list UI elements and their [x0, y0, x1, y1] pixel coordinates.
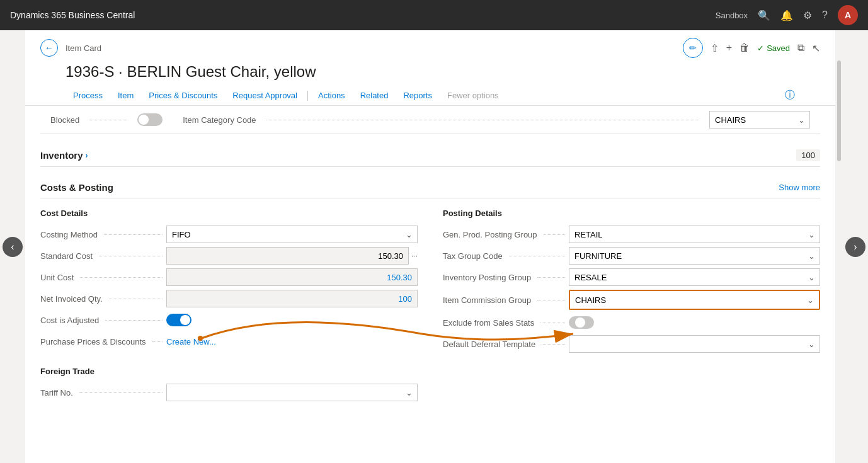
menu-related[interactable]: Related: [353, 86, 396, 105]
edit-button[interactable]: ✏: [683, 38, 703, 58]
menu-reports[interactable]: Reports: [396, 86, 440, 105]
menu-prices-discounts[interactable]: Prices & Discounts: [141, 86, 225, 105]
show-more-button[interactable]: Show more: [779, 183, 820, 192]
top-navigation: Dynamics 365 Business Central Sandbox 🔍 …: [0, 0, 868, 30]
net-invoiced-qty-field: Net Invoiced Qty.: [40, 290, 418, 307]
app-name: Dynamics 365 Business Central: [10, 10, 716, 20]
checkmark-icon: ✓: [757, 43, 764, 53]
left-nav-panel: ‹: [0, 30, 25, 463]
blocked-field: Blocked: [50, 113, 163, 126]
inventory-chevron[interactable]: ›: [86, 151, 88, 160]
unit-cost-input: [166, 268, 418, 286]
inventory-section: Inventory › 100: [40, 144, 820, 167]
tariff-field: Tariff No.: [40, 384, 418, 405]
cost-details-title: Cost Details: [40, 209, 418, 218]
costs-posting-section: Costs & Posting Show more Cost Details C…: [40, 177, 820, 405]
foreign-trade-section: Foreign Trade Tariff No.: [40, 367, 820, 405]
purchase-prices-field: Purchase Prices & Discounts Create New..…: [40, 333, 418, 350]
costs-posting-title: Costs & Posting: [40, 182, 113, 193]
share-icon[interactable]: ⇧: [711, 42, 719, 54]
breadcrumb: Item Card: [66, 43, 683, 53]
inventory-posting-group-select[interactable]: RESALE: [569, 268, 820, 286]
standard-cost-input[interactable]: [166, 247, 409, 265]
item-commission-group-field: Item Commission Group CHAIRS: [443, 290, 820, 310]
tax-group-code-select[interactable]: FURNITURE: [569, 247, 820, 265]
tariff-no-select[interactable]: [166, 384, 418, 401]
saved-label: Saved: [767, 43, 790, 53]
add-icon[interactable]: +: [726, 42, 732, 54]
cost-details-column: Cost Details Costing Method: [40, 203, 418, 357]
default-deferral-template-field: Default Deferral Template: [443, 335, 820, 353]
costing-method-select[interactable]: FIFO: [166, 226, 418, 243]
menu-item[interactable]: Item: [110, 86, 141, 105]
page-title: 1936-S · BERLIN Guest Chair, yellow: [40, 63, 820, 81]
nav-icons: 🔍 🔔 ⚙ ? A: [758, 5, 858, 25]
net-invoiced-qty-input: [166, 290, 418, 307]
bell-icon[interactable]: 🔔: [780, 9, 793, 21]
inventory-posting-group-field: Inventory Posting Group RESALE: [443, 268, 820, 286]
cost-adjusted-toggle[interactable]: [166, 314, 191, 326]
tax-group-code-field: Tax Group Code FURNITURE: [443, 247, 820, 265]
cost-adjusted-field: Cost is Adjusted: [40, 311, 418, 329]
item-category-label: Item Category Code: [183, 115, 256, 125]
menu-process[interactable]: Process: [66, 86, 110, 105]
costing-method-field: Costing Method FIFO: [40, 226, 418, 243]
delete-icon[interactable]: 🗑: [740, 42, 750, 54]
saved-status: ✓ Saved: [757, 43, 790, 53]
help-icon[interactable]: ?: [822, 9, 828, 21]
menu-fewer-options[interactable]: Fewer options: [440, 86, 506, 105]
standard-cost-field: Standard Cost ···: [40, 247, 418, 265]
form-area: Blocked Item Category Code CHAIRS: [25, 106, 835, 463]
posting-details-column: Posting Details Gen. Prod. Posting Group: [443, 203, 820, 357]
gen-prod-posting-group-field: Gen. Prod. Posting Group RETAIL: [443, 226, 820, 243]
exclude-sales-stats-field: Exclude from Sales Stats: [443, 314, 820, 331]
posting-details-title: Posting Details: [443, 209, 820, 218]
menu-bar: Process Item Prices & Discounts Request …: [40, 86, 820, 105]
collapse-icon[interactable]: ↖: [812, 42, 820, 54]
next-arrow-button[interactable]: ›: [845, 237, 865, 257]
environment-label: Sandbox: [716, 11, 748, 20]
item-category-select[interactable]: CHAIRS: [709, 111, 810, 129]
settings-icon[interactable]: ⚙: [803, 9, 812, 21]
foreign-trade-title: Foreign Trade: [40, 367, 820, 376]
menu-request-approval[interactable]: Request Approval: [225, 86, 305, 105]
user-initials: A: [845, 10, 851, 20]
page-actions: ✏ ⇧ + 🗑 ✓ Saved ⧉ ↖: [683, 38, 820, 58]
item-category-field: Item Category Code CHAIRS: [183, 111, 810, 129]
prev-arrow-button[interactable]: ‹: [3, 237, 23, 257]
exclude-sales-stats-toggle[interactable]: [569, 316, 594, 329]
right-nav-panel: ›: [843, 30, 868, 463]
blocked-toggle[interactable]: [137, 113, 163, 126]
info-icon[interactable]: ⓘ: [785, 89, 795, 102]
search-icon[interactable]: 🔍: [758, 9, 770, 21]
menu-actions[interactable]: Actions: [311, 86, 353, 105]
unit-cost-field: Unit Cost: [40, 268, 418, 286]
inventory-value: 100: [796, 149, 820, 161]
default-deferral-template-select[interactable]: [569, 335, 820, 353]
user-avatar[interactable]: A: [838, 5, 858, 25]
open-new-icon[interactable]: ⧉: [797, 42, 804, 54]
back-button[interactable]: ←: [40, 39, 58, 57]
gen-prod-posting-group-select[interactable]: RETAIL: [569, 226, 820, 243]
create-new-link[interactable]: Create New...: [166, 337, 216, 346]
blocked-label: Blocked: [50, 115, 79, 125]
standard-cost-menu[interactable]: ···: [411, 251, 418, 260]
item-commission-group-select[interactable]: CHAIRS: [570, 291, 819, 309]
inventory-title: Inventory ›: [40, 150, 88, 161]
